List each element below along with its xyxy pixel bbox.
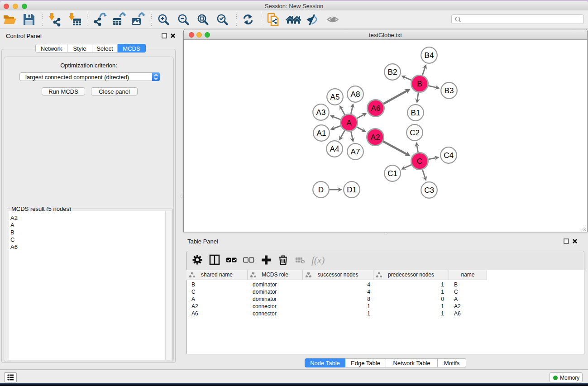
svg-text:A: A: [346, 119, 352, 127]
svg-text:C4: C4: [444, 151, 454, 160]
svg-text:C: C: [417, 157, 422, 166]
svg-text:A8: A8: [351, 90, 360, 99]
svg-text:A4: A4: [330, 145, 339, 153]
svg-text:A5: A5: [330, 93, 340, 101]
svg-text:C1: C1: [387, 169, 397, 178]
svg-text:B3: B3: [445, 86, 454, 95]
svg-text:A1: A1: [317, 129, 326, 138]
svg-text:D1: D1: [347, 186, 357, 194]
svg-text:f(x): f(x): [311, 255, 325, 266]
svg-text:D: D: [318, 186, 324, 194]
svg-text:A6: A6: [371, 104, 381, 113]
svg-text:C2: C2: [410, 129, 420, 137]
svg-text:A3: A3: [316, 108, 326, 117]
svg-text:C3: C3: [424, 186, 434, 195]
svg-text:A7: A7: [351, 148, 360, 156]
svg-text:B: B: [417, 80, 422, 88]
svg-text:A2: A2: [371, 133, 380, 142]
svg-text:B1: B1: [411, 109, 421, 117]
svg-text:B2: B2: [388, 68, 397, 76]
svg-text:B4: B4: [425, 51, 434, 60]
